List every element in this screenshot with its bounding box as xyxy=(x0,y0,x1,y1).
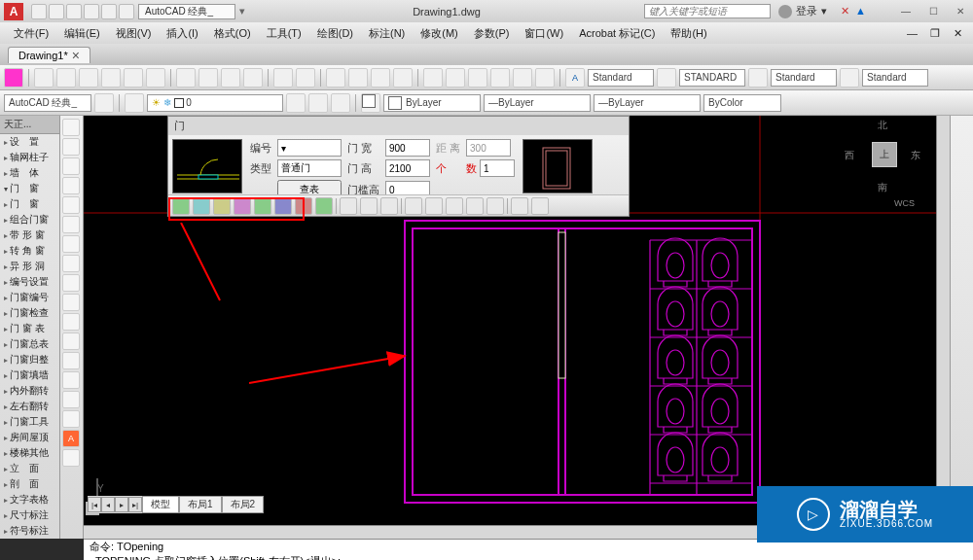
mdi-close-button[interactable]: ✕ xyxy=(946,27,967,40)
fld-number[interactable]: ▾ xyxy=(277,139,342,157)
menu-draw[interactable]: 绘图(D) xyxy=(309,26,361,41)
viewcube-west[interactable]: 西 xyxy=(845,149,854,162)
login-area[interactable]: 登录 ▾ xyxy=(771,4,835,18)
tree-doorwin[interactable]: 门 窗 xyxy=(0,181,59,196)
linetype-combo[interactable]: — ByLayer xyxy=(484,94,591,112)
layer-prev-icon[interactable] xyxy=(286,93,306,113)
tree-dim[interactable]: 尺寸标注 xyxy=(0,508,59,523)
tree-doorwin2[interactable]: 门 窗 xyxy=(0,196,59,212)
arc-icon[interactable] xyxy=(62,177,80,194)
viewcube-south[interactable]: 南 xyxy=(878,181,887,194)
ellipse-icon[interactable] xyxy=(62,235,80,253)
layer-state-icon[interactable] xyxy=(331,93,350,113)
close-tab-icon[interactable]: × xyxy=(72,51,80,60)
tree-symbol[interactable]: 符号标注 xyxy=(0,523,59,539)
viewcube-north[interactable]: 北 xyxy=(878,119,887,132)
tool-new-icon[interactable] xyxy=(34,68,54,88)
menu-tools[interactable]: 工具(T) xyxy=(259,26,309,41)
workspace-gear-icon[interactable] xyxy=(94,93,114,113)
pline-icon[interactable] xyxy=(62,138,80,156)
tool-cut-icon[interactable] xyxy=(176,68,196,88)
tree-corner-win[interactable]: 转 角 窗 xyxy=(0,243,59,259)
spline-icon[interactable] xyxy=(62,255,80,272)
tool-undo-icon[interactable] xyxy=(273,68,293,88)
layout-nav-next[interactable]: ▸ xyxy=(115,497,128,512)
tool-refresh-icon[interactable] xyxy=(4,68,23,88)
text-icon[interactable] xyxy=(62,294,80,311)
mdi-minimize-button[interactable]: — xyxy=(899,27,920,40)
hatch-icon[interactable] xyxy=(62,274,80,292)
mtext2-icon[interactable]: A xyxy=(62,430,80,447)
tool-match-icon[interactable] xyxy=(243,68,263,88)
lineweight-combo[interactable]: — ByLayer xyxy=(594,94,701,112)
mleaderstyle-btn[interactable] xyxy=(840,68,859,88)
dt-11[interactable] xyxy=(380,197,398,215)
minimize-button[interactable]: — xyxy=(893,4,919,19)
qat-undo-icon[interactable] xyxy=(84,4,99,19)
qat-save-icon[interactable] xyxy=(66,4,82,19)
door-plan-preview[interactable] xyxy=(172,139,242,193)
dimstyle-btn[interactable] xyxy=(657,68,676,88)
tree-wall[interactable]: 墙 体 xyxy=(0,165,59,181)
mdi-restore-button[interactable]: ❐ xyxy=(922,27,944,40)
viewcube-east[interactable]: 东 xyxy=(911,149,920,162)
tool-properties-icon[interactable] xyxy=(423,68,443,88)
tool-zoom-icon[interactable] xyxy=(348,68,368,88)
fld-type[interactable]: 普通门 xyxy=(277,159,342,177)
tree-dw-tools[interactable]: 门窗工具 xyxy=(0,414,59,430)
menu-file[interactable]: 文件(F) xyxy=(6,26,56,41)
view-cube[interactable]: 北 南 东 西 上 WCS xyxy=(845,119,920,194)
search-input[interactable] xyxy=(644,4,771,18)
tree-strip-win[interactable]: 带 形 窗 xyxy=(0,228,59,243)
exchange-icon[interactable]: ✕ xyxy=(841,5,849,18)
menu-window[interactable]: 窗口(W) xyxy=(517,26,571,41)
layer-combo[interactable]: ☀ ❄ 0 xyxy=(147,94,283,112)
layout-nav-first[interactable]: |◂ xyxy=(88,497,101,512)
tree-combo-dw[interactable]: 组合门窗 xyxy=(0,212,59,228)
menu-insert[interactable]: 插入(I) xyxy=(159,26,205,41)
point-icon[interactable] xyxy=(62,352,80,369)
tree-section[interactable]: 剖 面 xyxy=(0,476,59,492)
menu-view[interactable]: 视图(V) xyxy=(108,26,160,41)
block-icon[interactable] xyxy=(62,391,80,408)
tool-sheet-icon[interactable] xyxy=(490,68,510,88)
layout-1[interactable]: 布局1 xyxy=(179,496,222,513)
tree-stair[interactable]: 楼梯其他 xyxy=(0,445,59,461)
polygon-icon[interactable] xyxy=(62,216,80,233)
dt-7[interactable] xyxy=(295,197,312,215)
dt-2[interactable] xyxy=(193,197,210,215)
tool-open-icon[interactable] xyxy=(56,68,76,88)
dt-18[interactable] xyxy=(531,197,549,215)
dt-6[interactable] xyxy=(274,197,292,215)
menu-help[interactable]: 帮助(H) xyxy=(663,26,714,41)
dt-13[interactable] xyxy=(425,197,443,215)
file-tab[interactable]: Drawing1* × xyxy=(8,47,90,63)
tablestyle-btn[interactable] xyxy=(748,68,768,88)
tool-publish-icon[interactable] xyxy=(146,68,165,88)
fld-height[interactable]: 2100 xyxy=(385,159,430,177)
tool-pan-icon[interactable] xyxy=(326,68,345,88)
tool-copy-icon[interactable] xyxy=(198,68,218,88)
tree-lr-flip[interactable]: 左右翻转 xyxy=(0,399,59,414)
qat-open-icon[interactable] xyxy=(49,4,64,19)
tool-dcenter-icon[interactable] xyxy=(446,68,465,88)
tool-zoomprev-icon[interactable] xyxy=(393,68,413,88)
tree-axis[interactable]: 轴网柱子 xyxy=(0,150,59,165)
dt-14[interactable] xyxy=(446,197,463,215)
layout-2[interactable]: 布局2 xyxy=(222,496,265,513)
tree-text[interactable]: 文字表格 xyxy=(0,492,59,508)
menu-edit[interactable]: 编辑(E) xyxy=(56,26,108,41)
mleaderstyle-combo[interactable]: Standard xyxy=(862,69,928,87)
dt-9[interactable] xyxy=(340,197,357,215)
tablestyle-combo[interactable]: Standard xyxy=(771,69,837,87)
tool-calc-icon[interactable] xyxy=(535,68,555,88)
tree-dw-fill[interactable]: 门窗填墙 xyxy=(0,368,59,383)
tree-settings[interactable]: 设 置 xyxy=(0,134,59,150)
tree-odd-hole[interactable]: 异 形 洞 xyxy=(0,259,59,274)
dt-8[interactable] xyxy=(315,197,333,215)
tool-preview-icon[interactable] xyxy=(124,68,143,88)
fld-count[interactable]: 1 xyxy=(480,159,515,177)
tree-dw-check[interactable]: 门窗检查 xyxy=(0,305,59,321)
tool-palette-icon[interactable] xyxy=(468,68,487,88)
layer-iso-icon[interactable] xyxy=(308,93,328,113)
